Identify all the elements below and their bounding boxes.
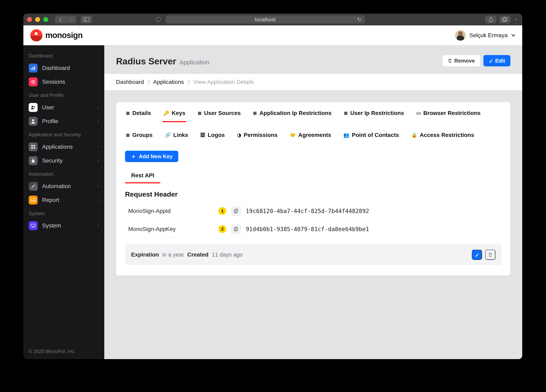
forward-button[interactable] [66,16,76,23]
tab-access-restrictions[interactable]: 🔒Access Restrictions [410,130,475,144]
sidebar-item-report[interactable]: Report › [23,193,104,207]
delete-key-button[interactable] [485,250,495,260]
browser-chrome: localhost ↻ + [23,14,522,25]
svg-rect-6 [34,66,35,70]
wand-icon [29,182,38,191]
new-tab-button[interactable]: + [513,16,519,23]
back-button[interactable] [55,16,66,23]
add-new-key-label: Add New Key [139,153,173,160]
chevron-down-icon [511,34,515,37]
remove-button[interactable]: Remove [442,55,480,66]
sidebar-item-system[interactable]: System › [23,219,104,233]
tab-links[interactable]: 🔗Links [164,130,189,144]
row-value: 19c68120-4ba7-44cf-825d-7b44f4482892 [246,208,369,215]
page-subtitle: Application [180,59,209,66]
copy-button[interactable] [231,206,241,216]
svg-rect-4 [31,68,32,70]
sidebar-item-security[interactable]: Security › [23,154,104,168]
sub-tabs: Rest API [125,168,501,183]
svg-rect-16 [32,160,35,163]
tab-details[interactable]: ≣Details [125,108,152,122]
sidebar-item-profile[interactable]: Profile › [23,114,104,128]
tab-keys[interactable]: 🔑Keys [162,108,186,122]
tab-user-ip-restrictions[interactable]: ≣User Ip Restrictions [343,108,405,122]
key-icon: 🔑 [163,110,169,116]
sidebar-toggle-button[interactable] [81,16,92,23]
tabs-button[interactable] [499,16,510,23]
address-bar[interactable]: localhost ↻ [166,15,365,24]
chevron-right-icon: › [98,223,99,228]
share-button[interactable] [485,16,497,23]
privacy-shield-icon[interactable] [154,16,163,23]
tab-browser-restrictions[interactable]: ▭Browser Restrictions [416,108,481,122]
svg-point-10 [33,106,35,107]
edit-label: Edit [495,58,505,64]
svg-point-11 [32,119,34,121]
sidebar-item-label: Report [42,197,59,203]
row-value: 91d4b0b1-9385-4079-81cf-da8ee64b9be1 [246,226,369,233]
grid-icon [29,142,38,151]
sidebar-item-label: Profile [42,118,58,125]
brand[interactable]: monosign [30,29,83,41]
svg-rect-5 [33,67,33,70]
sidebar-item-automation[interactable]: Automation › [23,179,104,193]
chevron-right-icon: › [98,183,99,189]
list-icon: ≣ [198,110,202,116]
expiration-label: Expiration [131,252,159,258]
tab-user-sources[interactable]: ≣User Sources [197,108,242,122]
add-new-key-button[interactable]: ＋ Add New Key [125,151,178,162]
reload-icon[interactable]: ↻ [357,17,361,22]
target-icon [29,77,38,86]
list-icon: ≣ [253,110,257,116]
edit-button[interactable]: Edit [483,55,510,66]
sidebar-footer: © 2020 MonoFor, Inc. [23,343,104,359]
crumb-current: View Application Details [194,79,254,85]
request-header-table: MonoSign-AppId 1 19c68120-4ba7-44cf-825d… [125,202,501,238]
window-icon: ▭ [416,110,421,116]
tab-groups[interactable]: ≣Groups [125,130,154,144]
toggle-icon: ◑ [237,132,241,138]
sidebar-item-sessions[interactable]: Sessions [23,75,104,89]
sidebar-item-user[interactable]: User › [23,101,104,114]
sidebar: Dashboard Dashboard Sessions User and Pr… [23,45,104,359]
copy-icon [234,209,238,213]
avatar [455,30,466,41]
user-menu[interactable]: Selçuk Ermaya [455,30,515,41]
svg-rect-19 [234,210,237,213]
sidebar-item-dashboard[interactable]: Dashboard [23,61,104,75]
nav-back-forward [55,16,76,23]
page-title: Radius Server Application [116,56,209,66]
sidebar-item-applications[interactable]: Applications › [23,140,104,154]
user-name: Selçuk Ermaya [469,32,507,38]
brand-name: monosign [45,31,83,40]
tab-permissions[interactable]: ◑Permissions [236,130,279,144]
key-meta-box: Expiration in a year Created 11 days ago [125,244,501,265]
copy-button[interactable] [231,224,241,234]
tab-agreements[interactable]: 🤝Agreements [289,130,332,144]
crumb-dashboard[interactable]: Dashboard [116,79,144,85]
svg-point-8 [32,81,34,82]
sidebar-item-label: User [42,104,54,111]
person-icon [29,117,38,126]
page-actions: Remove Edit [442,55,510,66]
svg-rect-2 [502,18,506,22]
image-icon [29,196,38,204]
tab-app-ip-restrictions[interactable]: ≣Application Ip Restrictions [252,108,332,122]
tab-logos[interactable]: 🖼Logos [200,130,226,144]
window-minimize-button[interactable] [35,17,40,22]
row-label: MonoSign-AppId [128,208,214,214]
section-title: Request Header [125,190,501,198]
crumb-applications[interactable]: Applications [153,79,184,85]
sidebar-section-title: System [23,207,104,219]
window-close-button[interactable] [27,17,32,22]
window-zoom-button[interactable] [43,17,48,22]
edit-key-button[interactable] [472,250,482,260]
page-title-text: Radius Server [116,56,176,66]
sidebar-item-label: Sessions [42,79,65,85]
tab-point-of-contacts[interactable]: 👥Point of Contacts [343,130,400,144]
sidebar-section-title: Dashboard [23,49,104,61]
main-card: ≣Details 🔑Keys ≣User Sources ≣Applicatio… [116,102,510,276]
brand-logo-icon [30,29,42,41]
subtab-rest-api[interactable]: Rest API [125,168,160,183]
table-row: MonoSign-AppId 1 19c68120-4ba7-44cf-825d… [125,202,501,220]
